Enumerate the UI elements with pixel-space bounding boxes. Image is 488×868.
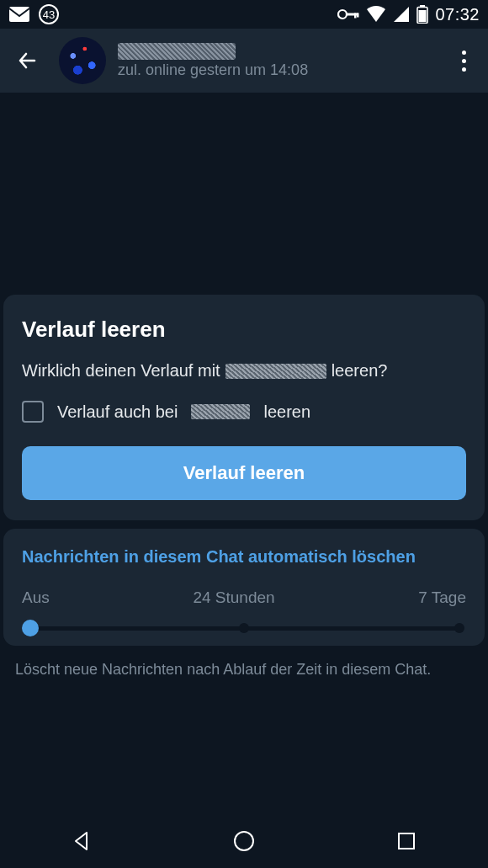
svg-rect-2: [346, 13, 358, 16]
checkbox-suffix: leeren: [263, 402, 310, 422]
contact-info[interactable]: zul. online gestern um 14:08: [59, 37, 451, 84]
slider-tick-7d[interactable]: [454, 623, 464, 633]
back-button[interactable]: [15, 48, 40, 73]
confirm-prefix: Wirklich deinen Verlauf mit: [22, 361, 220, 381]
status-clock: 07:32: [435, 5, 480, 24]
svg-rect-7: [419, 10, 427, 22]
auto-delete-option-off: Aus: [22, 588, 50, 607]
also-clear-for-contact-row[interactable]: Verlauf auch bei leeren: [22, 401, 466, 423]
auto-delete-option-7d: 7 Tage: [418, 588, 466, 607]
nav-home-button[interactable]: [227, 824, 261, 858]
contact-name-redacted-inline: [225, 364, 326, 379]
overflow-menu-button[interactable]: [451, 51, 476, 72]
battery-icon: [416, 5, 428, 24]
svg-rect-9: [399, 833, 414, 849]
last-seen-text: zul. online gestern um 14:08: [118, 61, 308, 79]
vpn-key-icon: [337, 8, 359, 20]
clear-history-dialog: Verlauf leeren Wirklich deinen Verlauf m…: [3, 295, 485, 520]
avatar: [59, 37, 106, 84]
svg-rect-4: [357, 13, 359, 18]
confirm-suffix: leeren?: [332, 361, 388, 381]
status-bar: 43 07:32: [0, 0, 488, 29]
nav-recent-button[interactable]: [390, 824, 423, 858]
auto-delete-options: Aus 24 Stunden 7 Tage: [22, 588, 466, 607]
checkbox-icon[interactable]: [22, 401, 44, 423]
contact-name-redacted: [118, 43, 236, 60]
svg-rect-3: [354, 13, 357, 19]
contact-name-redacted-inline-2: [191, 404, 250, 419]
android-nav-bar: [0, 814, 488, 868]
chat-background: [0, 93, 488, 295]
slider-tick-24h[interactable]: [239, 623, 249, 633]
wifi-icon: [366, 6, 386, 23]
auto-delete-card: Nachrichten in diesem Chat automatisch l…: [3, 529, 485, 646]
cell-signal-icon: [393, 6, 410, 23]
auto-delete-footer: Löscht neue Nachrichten nach Ablauf der …: [0, 646, 488, 679]
notification-count-badge: 43: [39, 4, 59, 24]
svg-point-8: [235, 832, 253, 850]
auto-delete-option-24h: 24 Stunden: [193, 588, 274, 607]
auto-delete-slider[interactable]: [22, 614, 466, 644]
chat-header: zul. online gestern um 14:08: [0, 29, 488, 93]
svg-rect-0: [9, 7, 29, 22]
checkbox-prefix: Verlauf auch bei: [57, 402, 178, 422]
dialog-title: Verlauf leeren: [22, 317, 466, 343]
auto-delete-title: Nachrichten in diesem Chat automatisch l…: [22, 547, 466, 567]
dialog-confirm-text: Wirklich deinen Verlauf mit leeren?: [22, 361, 466, 381]
nav-back-button[interactable]: [65, 824, 98, 858]
mail-icon: [8, 6, 30, 23]
clear-history-button[interactable]: Verlauf leeren: [22, 446, 466, 500]
slider-thumb[interactable]: [22, 620, 39, 636]
svg-point-1: [338, 10, 347, 19]
